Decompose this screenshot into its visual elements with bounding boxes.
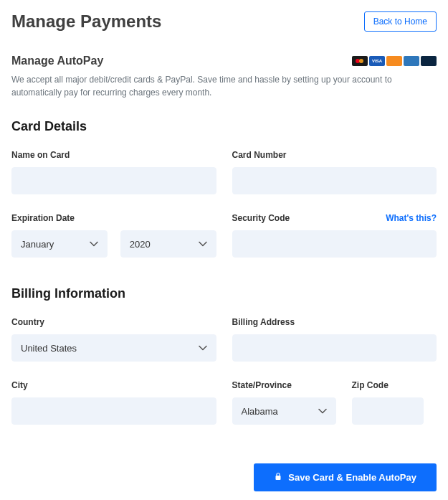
- lock-icon: [274, 472, 282, 483]
- security-code-input[interactable]: [232, 230, 437, 258]
- whats-this-link[interactable]: What's this?: [386, 213, 437, 223]
- mastercard-icon: [352, 56, 368, 66]
- state-select[interactable]: Alabama: [232, 397, 336, 425]
- expiration-month-select[interactable]: January: [11, 230, 108, 258]
- save-card-button[interactable]: Save Card & Enable AutoPay: [254, 463, 437, 491]
- name-on-card-input[interactable]: [11, 167, 216, 194]
- discover-icon: [386, 56, 402, 66]
- visa-icon: VISA: [369, 56, 385, 66]
- name-on-card-label: Name on Card: [11, 150, 70, 160]
- zip-input[interactable]: [352, 397, 424, 425]
- other-card-icon: [421, 56, 437, 66]
- zip-label: Zip Code: [352, 380, 389, 390]
- card-number-label: Card Number: [232, 150, 287, 160]
- billing-info-heading: Billing Information: [11, 286, 437, 301]
- svg-rect-0: [276, 476, 281, 480]
- expiration-year-select[interactable]: 2020: [120, 230, 216, 258]
- security-code-label: Security Code: [232, 213, 290, 223]
- expiration-date-label: Expiration Date: [11, 213, 75, 223]
- autopay-title: Manage AutoPay: [11, 55, 103, 67]
- amex-icon: [404, 56, 419, 66]
- state-label: State/Province: [232, 380, 292, 390]
- page-title: Manage Payments: [11, 11, 161, 32]
- payment-card-icons: VISA: [352, 56, 437, 66]
- save-card-label: Save Card & Enable AutoPay: [288, 472, 416, 483]
- back-to-home-button[interactable]: Back to Home: [364, 11, 437, 32]
- card-number-input[interactable]: [232, 167, 437, 194]
- city-input[interactable]: [11, 397, 216, 425]
- autopay-description: We accept all major debit/credit cards &…: [11, 73, 437, 99]
- billing-address-label: Billing Address: [232, 317, 295, 327]
- country-select[interactable]: United States: [11, 334, 216, 362]
- billing-address-input[interactable]: [232, 334, 437, 362]
- city-label: City: [11, 380, 28, 390]
- card-details-heading: Card Details: [11, 119, 437, 134]
- country-label: Country: [11, 317, 44, 327]
